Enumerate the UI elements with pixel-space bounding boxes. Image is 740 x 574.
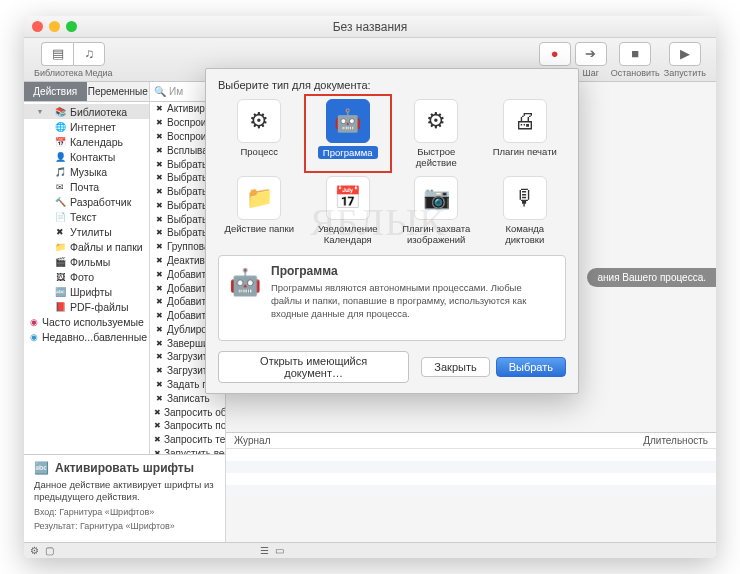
action-icon: ✖ — [154, 118, 164, 128]
doc-type-icon: ⚙ — [414, 99, 458, 143]
doc-type-процесс[interactable]: ⚙Процесс — [218, 97, 301, 170]
action-icon: ✖ — [154, 214, 164, 224]
action-icon: ✖ — [154, 104, 164, 114]
action-icon: ✖ — [154, 228, 164, 238]
action-icon: ✖ — [154, 131, 164, 141]
dialog-title: Выберите тип для документа: — [218, 79, 566, 91]
action-item[interactable]: ✖Запросить объекты Finder — [150, 405, 225, 419]
new-document-dialog: Выберите тип для документа: ⚙Процесс🤖Про… — [205, 68, 579, 394]
doc-type-icon: ⚙ — [237, 99, 281, 143]
media-button[interactable]: ♫ — [73, 42, 105, 66]
window-title: Без названия — [24, 20, 716, 34]
action-icon: ✖ — [154, 187, 164, 197]
action-icon: ✖ — [154, 255, 164, 265]
doc-type-плагин-захвата-изображений[interactable]: 📷Плагин захвата изображений — [395, 174, 478, 247]
doc-type-быстрое-действие[interactable]: ⚙Быстрое действие — [395, 97, 478, 170]
type-description: 🤖 Программа Программы являются автономны… — [218, 255, 566, 341]
workflow-hint: ания Вашего процесса. — [587, 268, 716, 287]
close-button[interactable]: Закрыть — [421, 357, 489, 377]
action-icon: ✖ — [154, 338, 164, 348]
action-icon: ✖ — [154, 380, 164, 390]
expand-icon[interactable]: ▢ — [45, 545, 54, 556]
action-icon: ✖ — [154, 324, 164, 334]
step-button[interactable]: ➔ — [575, 42, 607, 66]
doc-type-icon: 📅 — [326, 176, 370, 220]
tab-variables[interactable]: Переменные — [87, 82, 150, 102]
action-icon: ✖ — [154, 269, 164, 279]
action-icon: ✖ — [154, 435, 161, 445]
action-icon: ✖ — [154, 421, 161, 431]
library-root: ▼📚Библиотека — [24, 104, 149, 119]
action-icon: ✖ — [154, 366, 164, 376]
doc-type-icon: 📷 — [414, 176, 458, 220]
open-existing-button[interactable]: Открыть имеющийся документ… — [218, 351, 409, 383]
log-rows — [226, 449, 716, 497]
doc-type-icon: 🎙 — [503, 176, 547, 220]
library-media-group: ▤ ♫ Библиотека Медиа — [34, 42, 113, 78]
action-icon: ✖ — [154, 159, 164, 169]
view-flow-icon[interactable]: ▭ — [275, 545, 284, 556]
doc-type-действие-папки[interactable]: 📁Действие папки — [218, 174, 301, 247]
search-icon: 🔍 — [154, 86, 166, 97]
doc-type-icon: 🤖 — [326, 99, 370, 143]
action-icon: ✖ — [154, 145, 164, 155]
app-icon: 🤖 — [229, 264, 261, 300]
doc-type-уведомление-календаря[interactable]: 📅Уведомление Календаря — [307, 174, 390, 247]
log-pane: ЖурналДлительность — [226, 432, 716, 496]
action-icon: ✖ — [154, 283, 164, 293]
doc-type-программа[interactable]: 🤖Программа — [307, 97, 390, 170]
run-button[interactable]: ▶ — [669, 42, 701, 66]
action-icon: ✖ — [154, 407, 161, 417]
document-type-grid: ⚙Процесс🤖Программа⚙Быстрое действие🖨Плаг… — [218, 97, 566, 247]
action-icon: ✖ — [154, 311, 164, 321]
choose-button[interactable]: Выбрать — [496, 357, 566, 377]
media-label: Медиа — [85, 68, 113, 78]
library-icon: 📚 — [54, 106, 66, 118]
action-icon: ✖ — [154, 200, 164, 210]
log-duration-header: Длительность — [643, 435, 708, 446]
action-icon: ✖ — [154, 297, 164, 307]
stop-button[interactable]: ■ — [619, 42, 651, 66]
doc-type-icon: 📁 — [237, 176, 281, 220]
doc-type-плагин-печати[interactable]: 🖨Плагин печати — [484, 97, 567, 170]
action-icon: ✖ — [154, 393, 164, 403]
action-item[interactable]: ✖Запросить текст — [150, 433, 225, 447]
action-item[interactable]: ✖Запросить подтверждение — [150, 419, 225, 433]
action-icon: ✖ — [154, 173, 164, 183]
view-list-icon[interactable]: ☰ — [260, 545, 269, 556]
log-journal-header: Журнал — [234, 435, 643, 446]
record-button[interactable]: ● — [539, 42, 571, 66]
doc-type-команда-диктовки[interactable]: 🎙Команда диктовки — [484, 174, 567, 247]
action-icon: ✖ — [154, 242, 164, 252]
doc-type-icon: 🖨 — [503, 99, 547, 143]
gear-icon[interactable]: ⚙ — [30, 545, 39, 556]
titlebar: Без названия — [24, 16, 716, 38]
library-label: Библиотека — [34, 68, 83, 78]
tab-actions[interactable]: Действия — [24, 82, 87, 102]
action-icon: ✖ — [154, 352, 164, 362]
library-button[interactable]: ▤ — [41, 42, 73, 66]
statusbar: ⚙ ▢ ☰ ▭ — [24, 542, 716, 558]
fonts-icon: 🔤 — [34, 461, 49, 475]
